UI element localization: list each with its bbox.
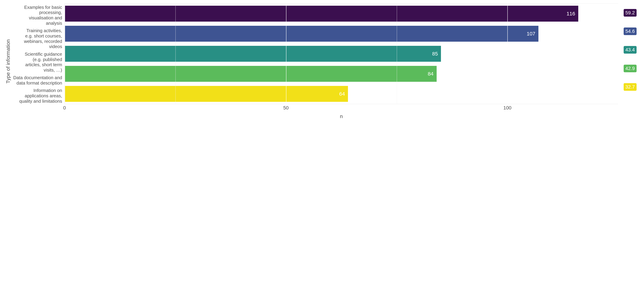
horizontal-bar-chart: Type of information Examples for basic p… [0, 0, 644, 130]
x-tick-label: 100 [504, 105, 512, 111]
category-label: Information on applications areas, quali… [11, 88, 64, 104]
percent-badge: 32.7 [624, 83, 636, 91]
category-label: Data documentation and data format descr… [11, 75, 64, 86]
percent-badge: 54.6 [624, 28, 636, 35]
bar-value-label: 84 [428, 71, 433, 77]
x-tick-label: 0 [63, 105, 66, 111]
bar-value-label: 116 [566, 11, 575, 17]
bar-row: 64 [65, 86, 618, 102]
plot-panel: 116 107 85 84 64 [64, 4, 618, 104]
bar-value-label: 107 [527, 31, 535, 37]
percent-badges-column: 59.2 54.6 43.4 42.9 32.7 [618, 4, 637, 119]
percent-badge: 43.4 [624, 46, 636, 54]
y-axis-category-labels: Examples for basic processing, visualisa… [11, 4, 64, 119]
bar-value-label: 64 [339, 91, 345, 97]
bar: 64 [65, 86, 348, 102]
bar-row: 84 [65, 66, 618, 82]
x-axis-ticks: 050100 [64, 105, 618, 110]
x-tick-label: 50 [283, 105, 288, 111]
category-label: Training activities, e.g. short courses,… [11, 28, 64, 49]
category-label: Scientific guidance (e.g. published arti… [11, 52, 64, 73]
percent-badge: 42.9 [624, 65, 636, 72]
bar: 85 [65, 46, 441, 62]
bar-row: 85 [65, 46, 618, 62]
bar: 107 [65, 26, 538, 42]
x-axis-title: n [64, 113, 618, 119]
bars-container: 116 107 85 84 64 [65, 4, 618, 104]
bar-value-label: 85 [432, 51, 438, 57]
y-axis-title: Type of information [4, 4, 11, 119]
bar-row: 107 [65, 26, 618, 42]
bar-row: 116 [65, 6, 618, 22]
plot-panel-column: 116 107 85 84 64 [64, 4, 618, 119]
bar: 84 [65, 66, 437, 82]
bar: 116 [65, 6, 578, 22]
percent-badge: 59.2 [624, 9, 636, 17]
category-label: Examples for basic processing, visualisa… [11, 5, 64, 26]
chart-body: Type of information Examples for basic p… [4, 4, 637, 119]
